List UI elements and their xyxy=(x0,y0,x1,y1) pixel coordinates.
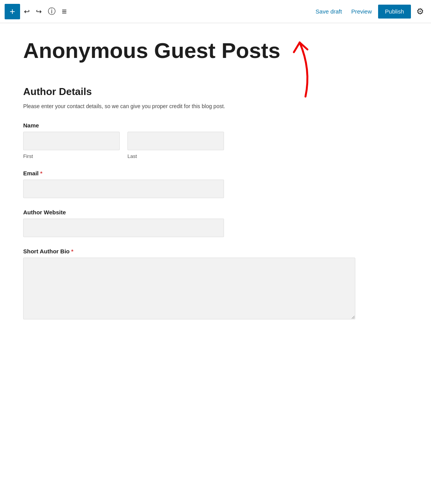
email-field-group: Email * xyxy=(23,170,355,198)
author-website-field-group: Author Website xyxy=(23,209,355,237)
publish-button[interactable]: Publish xyxy=(378,5,411,19)
title-area: Anonymous Guest Posts xyxy=(23,39,280,82)
short-author-bio-input[interactable] xyxy=(23,258,355,319)
email-input[interactable] xyxy=(23,180,224,198)
toolbar-right: Save draft Preview Publish xyxy=(312,4,426,19)
undo-icon xyxy=(24,7,30,16)
author-website-input[interactable] xyxy=(23,219,224,237)
preview-button[interactable]: Preview xyxy=(348,6,375,17)
last-label: Last xyxy=(127,153,224,159)
settings-button[interactable] xyxy=(414,4,426,19)
name-row: First Last xyxy=(23,132,355,159)
toolbar-left: + xyxy=(5,4,69,19)
menu-icon xyxy=(62,7,67,17)
first-label: First xyxy=(23,153,120,159)
gear-icon xyxy=(416,7,424,17)
short-author-bio-label: Short Author Bio * xyxy=(23,248,355,255)
info-icon xyxy=(48,6,56,17)
add-button[interactable]: + xyxy=(5,4,20,19)
email-label: Email * xyxy=(23,170,355,176)
annotation-arrow xyxy=(273,31,323,100)
save-draft-button[interactable]: Save draft xyxy=(312,6,345,17)
page-title: Anonymous Guest Posts xyxy=(23,39,280,63)
first-name-input[interactable] xyxy=(23,132,120,150)
undo-button[interactable] xyxy=(22,5,32,18)
email-required-star: * xyxy=(40,170,42,176)
menu-button[interactable] xyxy=(59,4,69,19)
first-name-wrap: First xyxy=(23,132,120,159)
name-label: Name xyxy=(23,122,355,129)
main-content: Anonymous Guest Posts Author Details Ple… xyxy=(0,23,371,347)
section-description: Please enter your contact details, so we… xyxy=(23,102,355,110)
toolbar: + Save draft Preview Publish xyxy=(0,0,431,23)
name-field-group: Name First Last xyxy=(23,122,355,159)
form-section: Author Details Please enter your contact… xyxy=(23,86,355,321)
short-author-bio-field-group: Short Author Bio * xyxy=(23,248,355,321)
redo-icon xyxy=(36,7,42,16)
author-website-label: Author Website xyxy=(23,209,355,216)
redo-button[interactable] xyxy=(34,5,44,18)
last-name-wrap: Last xyxy=(127,132,224,159)
bio-required-star: * xyxy=(71,248,73,255)
info-button[interactable] xyxy=(46,4,58,19)
last-name-input[interactable] xyxy=(127,132,224,150)
